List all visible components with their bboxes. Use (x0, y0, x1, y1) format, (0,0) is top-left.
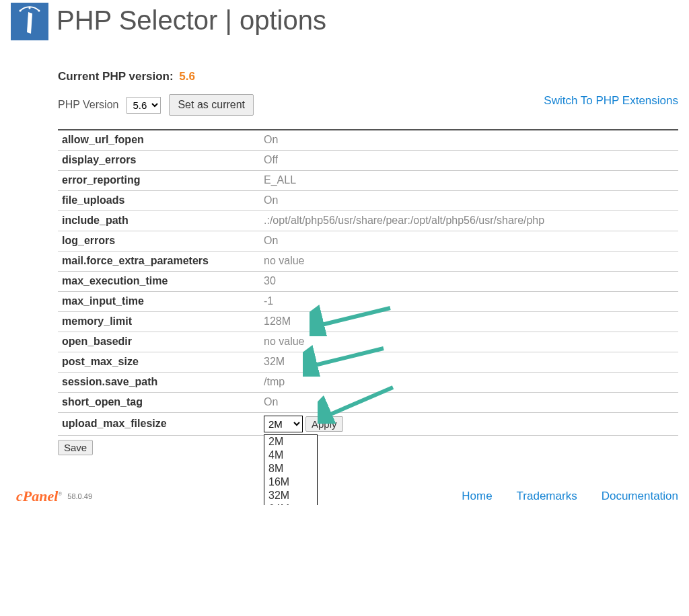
upload-filesize-dropdown[interactable]: 2M4M8M16M32M64M128M256M512M1G (264, 434, 318, 505)
svg-point-2 (29, 7, 31, 9)
option-value[interactable]: On (260, 231, 678, 251)
current-version-label: Current PHP version: (58, 70, 174, 83)
option-row: include_path.:/opt/alt/php56/usr/share/p… (58, 210, 678, 231)
current-version-value: 5.6 (179, 70, 195, 83)
option-value[interactable]: .:/opt/alt/php56/usr/share/pear:/opt/alt… (260, 210, 678, 231)
php-version-label: PHP Version (58, 99, 118, 111)
option-value[interactable]: no value (260, 251, 678, 271)
option-row: upload_max_filesize2MApply2M4M8M16M32M64… (58, 412, 678, 435)
php-version-select[interactable]: 5.6 (126, 97, 161, 114)
option-key: upload_max_filesize (58, 412, 260, 435)
option-row: short_open_tagOn (58, 392, 678, 412)
option-row: memory_limit128M (58, 311, 678, 332)
option-key: include_path (58, 210, 260, 231)
svg-point-0 (20, 10, 22, 12)
option-value[interactable]: -1 (260, 291, 678, 311)
option-key: max_input_time (58, 291, 260, 311)
apply-button[interactable]: Apply (305, 416, 343, 432)
option-value[interactable]: /tmp (260, 372, 678, 392)
option-key: memory_limit (58, 311, 260, 332)
option-row: log_errorsOn (58, 231, 678, 251)
option-row: error_reportingE_ALL (58, 170, 678, 190)
dropdown-option[interactable]: 64M (264, 502, 317, 505)
option-row: mail.force_extra_parametersno value (58, 251, 678, 271)
option-key: mail.force_extra_parameters (58, 251, 260, 271)
option-row: post_max_size32M (58, 352, 678, 372)
option-key: open_basedir (58, 332, 260, 352)
option-key: log_errors (58, 231, 260, 251)
option-key: short_open_tag (58, 392, 260, 412)
option-row: max_input_time-1 (58, 291, 678, 311)
option-key: max_execution_time (58, 271, 260, 291)
option-key: session.save_path (58, 372, 260, 392)
footer-docs-link[interactable]: Documentation (602, 490, 678, 503)
footer-version: 58.0.49 (67, 492, 92, 500)
option-value[interactable]: On (260, 392, 678, 412)
option-key: post_max_size (58, 352, 260, 372)
option-row: open_basedirno value (58, 332, 678, 352)
set-as-current-button[interactable]: Set as current (169, 94, 254, 116)
option-value[interactable]: no value (260, 332, 678, 352)
option-row: display_errorsOff (58, 150, 678, 170)
svg-point-1 (38, 10, 40, 12)
option-value[interactable]: On (260, 190, 678, 210)
current-version-row: Current PHP version: 5.6 (58, 70, 678, 83)
option-value[interactable]: 30 (260, 271, 678, 291)
dropdown-option[interactable]: 16M (264, 475, 317, 489)
dropdown-option[interactable]: 8M (264, 462, 317, 475)
footer-home-link[interactable]: Home (462, 490, 492, 503)
option-value[interactable]: Off (260, 150, 678, 170)
option-value[interactable]: E_ALL (260, 170, 678, 190)
option-key: display_errors (58, 150, 260, 170)
option-value[interactable]: 32M (260, 352, 678, 372)
option-row: session.save_path/tmp (58, 372, 678, 392)
cpanel-logo: cPanel® (16, 488, 62, 505)
save-button[interactable]: Save (58, 440, 93, 455)
php-selector-icon (11, 3, 48, 40)
upload-max-filesize-select[interactable]: 2M (264, 416, 303, 432)
option-key: allow_url_fopen (58, 130, 260, 150)
footer-trademarks-link[interactable]: Trademarks (517, 490, 577, 503)
option-value[interactable]: On (260, 130, 678, 150)
option-row: max_execution_time30 (58, 271, 678, 291)
switch-extensions-link[interactable]: Switch To PHP Extensions (544, 94, 678, 108)
option-value[interactable]: 128M (260, 311, 678, 332)
option-row: allow_url_fopenOn (58, 130, 678, 150)
page-title: PHP Selector | options (57, 3, 326, 38)
option-key: file_uploads (58, 190, 260, 210)
options-table: allow_url_fopenOndisplay_errorsOfferror_… (58, 129, 678, 436)
option-value: 2MApply2M4M8M16M32M64M128M256M512M1G (260, 412, 678, 435)
dropdown-option[interactable]: 32M (264, 489, 317, 502)
dropdown-option[interactable]: 4M (264, 449, 317, 462)
option-row: file_uploadsOn (58, 190, 678, 210)
dropdown-option[interactable]: 2M (264, 435, 317, 449)
option-key: error_reporting (58, 170, 260, 190)
